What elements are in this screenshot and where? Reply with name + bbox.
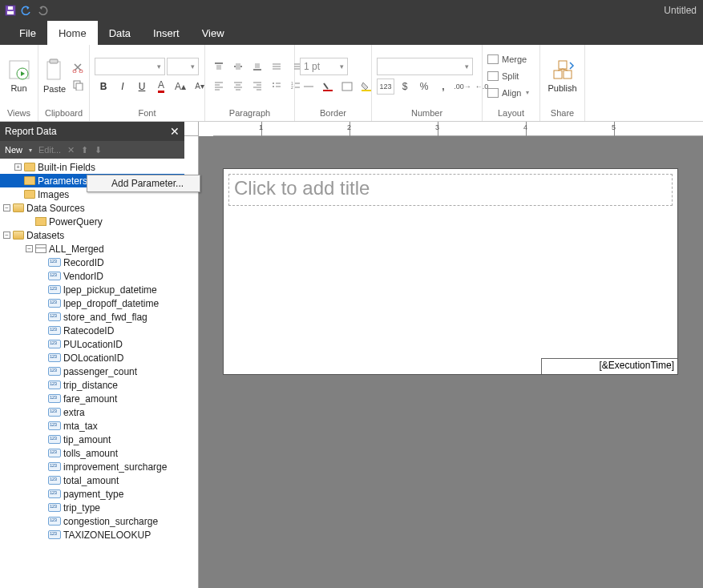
tab-view[interactable]: View	[191, 21, 236, 45]
group-number-label: Number	[372, 107, 482, 121]
placeholder-button[interactable]: 123	[377, 79, 394, 95]
align-bottom-button[interactable]	[248, 58, 266, 75]
align-top-button[interactable]	[210, 58, 228, 75]
tree-field[interactable]: total_amount	[0, 473, 184, 487]
decrease-indent-button[interactable]	[268, 58, 285, 75]
folder-icon	[24, 176, 35, 185]
tree-field[interactable]: congestion_surcharge	[0, 514, 184, 528]
merge-button[interactable]: Merge	[487, 51, 529, 67]
group-layout-label: Layout	[483, 107, 539, 121]
svg-rect-22	[342, 83, 352, 91]
field-icon	[48, 462, 61, 471]
undo-icon[interactable]	[21, 5, 32, 16]
group-clipboard: Paste Clipboard	[38, 45, 90, 121]
panel-header: Report Data ✕	[0, 122, 184, 141]
title-bar: Untitled	[0, 0, 703, 21]
close-icon[interactable]: ✕	[170, 125, 180, 138]
svg-rect-14	[236, 63, 240, 70]
execution-time-textbox[interactable]: [&ExecutionTime]	[541, 358, 677, 374]
field-icon	[48, 435, 61, 444]
tree-field[interactable]: passenger_count	[0, 364, 184, 378]
group-paragraph-label: Paragraph	[205, 107, 294, 121]
tree-field[interactable]: RecordID	[0, 256, 184, 269]
tree-field[interactable]: lpep_pickup_datetime	[0, 283, 184, 296]
tree-data-sources[interactable]: −Data Sources	[0, 201, 184, 215]
tree-builtin-fields[interactable]: +Built-in Fields	[0, 160, 184, 174]
underline-button[interactable]: U	[133, 79, 151, 95]
svg-point-18	[273, 86, 274, 87]
tree-powerquery[interactable]: PowerQuery	[0, 215, 184, 228]
chevron-down-icon: ▾	[157, 62, 161, 70]
align-middle-button[interactable]	[229, 58, 247, 75]
parameters-context-menu: Add Parameter...	[87, 175, 200, 192]
border-weight-combo[interactable]: 1 pt▾	[300, 58, 348, 75]
font-family-combo[interactable]: ▾	[95, 58, 165, 75]
increase-decimal-button[interactable]: .00→	[454, 79, 471, 95]
tree-field[interactable]: PULocationID	[0, 337, 184, 351]
font-color-button[interactable]: A	[152, 79, 170, 95]
comma-button[interactable]: ,	[434, 79, 452, 95]
report-body[interactable]: Click to add title [&ExecutionTime]	[223, 168, 678, 375]
tree-field[interactable]: store_and_fwd_flag	[0, 310, 184, 324]
align-center-button[interactable]	[229, 78, 247, 94]
dataset-icon	[35, 244, 46, 253]
run-button[interactable]: Run	[5, 48, 33, 104]
tree-field[interactable]: lpep_dropoff_datetime	[0, 296, 184, 310]
add-parameter-item[interactable]: Add Parameter...	[87, 175, 200, 191]
italic-button[interactable]: I	[114, 79, 131, 95]
split-icon	[487, 71, 499, 81]
tree-field[interactable]: RatecodeID	[0, 324, 184, 337]
tree-field[interactable]: fare_amount	[0, 392, 184, 405]
folder-icon	[24, 163, 35, 171]
align-left-button[interactable]	[210, 78, 228, 94]
field-icon	[48, 340, 61, 348]
tree-field[interactable]: improvement_surcharge	[0, 460, 184, 473]
panel-new-button[interactable]: New	[5, 145, 22, 155]
font-size-combo[interactable]: ▾	[167, 58, 199, 75]
split-button[interactable]: Split	[487, 68, 529, 84]
tree-all-merged[interactable]: −ALL_Merged	[0, 242, 184, 256]
tab-file[interactable]: File	[8, 21, 47, 45]
border-color-button[interactable]	[319, 79, 337, 95]
publish-icon	[551, 59, 575, 82]
bullets-button[interactable]	[268, 78, 285, 94]
field-icon	[48, 312, 61, 321]
group-border: 1 pt▾ Border	[295, 45, 372, 121]
currency-button[interactable]: $	[396, 79, 414, 95]
cut-icon[interactable]	[69, 59, 87, 75]
percent-button[interactable]: %	[415, 79, 433, 95]
field-icon	[48, 326, 61, 335]
tree-field[interactable]: tip_amount	[0, 433, 184, 446]
tree-datasets[interactable]: −Datasets	[0, 228, 184, 242]
align-button[interactable]: Align▾	[487, 85, 529, 101]
tab-insert[interactable]: Insert	[142, 21, 191, 45]
border-style-button[interactable]	[300, 79, 317, 95]
bold-button[interactable]: B	[95, 79, 112, 95]
group-clipboard-label: Clipboard	[38, 107, 89, 121]
report-title-placeholder[interactable]: Click to add title	[228, 174, 673, 206]
publish-button[interactable]: Publish	[545, 48, 580, 104]
tree-field[interactable]: mta_tax	[0, 419, 184, 433]
number-format-combo[interactable]: ▾	[377, 58, 473, 75]
tree-field[interactable]: VendorID	[0, 269, 184, 283]
borders-button[interactable]	[338, 79, 356, 95]
align-right-button[interactable]	[248, 78, 266, 94]
tree-field[interactable]: extra	[0, 405, 184, 419]
save-icon[interactable]	[5, 5, 16, 16]
grow-font-button[interactable]: A▴	[172, 79, 189, 95]
tree-field[interactable]: trip_type	[0, 501, 184, 514]
tree-field[interactable]: TAXIZONELOOKUP	[0, 528, 184, 542]
tab-home[interactable]: Home	[47, 21, 98, 45]
tree-field[interactable]: payment_type	[0, 487, 184, 501]
tree-field[interactable]: DOLocationID	[0, 351, 184, 364]
copy-icon[interactable]	[69, 77, 87, 93]
paste-button[interactable]: Paste	[43, 48, 66, 104]
redo-icon[interactable]	[37, 5, 48, 16]
tree-field[interactable]: tolls_amount	[0, 446, 184, 460]
tree-field[interactable]: trip_distance	[0, 378, 184, 392]
svg-rect-24	[554, 70, 562, 79]
design-surface[interactable]: Click to add title [&ExecutionTime]	[199, 136, 702, 588]
design-canvas: 12345 Click to add title [&ExecutionTime…	[184, 122, 703, 588]
field-icon	[48, 353, 61, 362]
tab-data[interactable]: Data	[98, 21, 142, 45]
